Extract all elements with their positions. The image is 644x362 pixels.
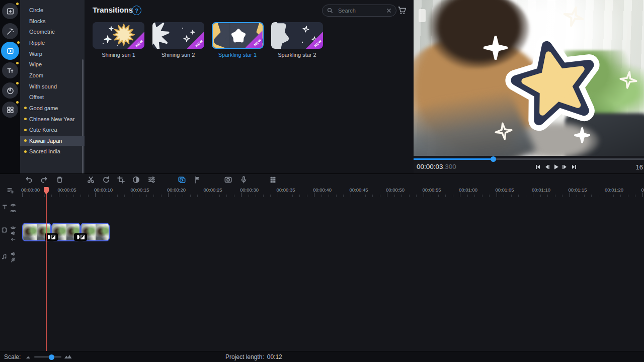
skip-start-button[interactable] — [534, 163, 541, 170]
webcam-button[interactable] — [224, 175, 232, 184]
scale-slider-handle[interactable] — [49, 354, 54, 360]
sparkle-icon — [562, 6, 585, 28]
transition-card-sparkling-star-2[interactable]: NEWSparkling star 2 — [271, 22, 325, 58]
ruler-minor-tick — [482, 195, 482, 197]
grid-view-button[interactable] — [269, 175, 277, 184]
sidebar-tool-stickers[interactable] — [2, 82, 18, 99]
sidebar-item-cute-korea[interactable]: Cute Korea — [20, 125, 85, 135]
mic-muted-icon[interactable] — [10, 256, 17, 262]
sidebar-item-kawaii-japan[interactable]: Kawaii Japan — [20, 136, 85, 146]
category-dot — [24, 139, 27, 142]
ruler-major-tick — [497, 193, 497, 197]
transition-card-sparkling-star-1[interactable]: NEWSparkling star 1 — [212, 22, 266, 58]
sidebar-item-warp[interactable]: Warp — [20, 49, 85, 59]
update-dot — [16, 62, 19, 64]
tool-sidebar — [0, 0, 20, 173]
rotate-button[interactable] — [102, 175, 110, 184]
ruler-label: 00:01:00 — [459, 187, 477, 193]
ruler-minor-tick — [526, 195, 526, 197]
transition-card-shining-sun-1[interactable]: NEWShining sun 1 — [93, 22, 146, 58]
cut-button[interactable] — [87, 175, 95, 184]
sidebar-item-geometric[interactable]: Geometric — [20, 27, 85, 37]
ruler-minor-tick — [249, 195, 249, 197]
ruler-minor-tick — [416, 195, 417, 197]
delete-button[interactable] — [55, 175, 64, 184]
help-icon[interactable]: ? — [132, 6, 141, 15]
page-title: Transitions — [93, 6, 133, 14]
ruler-label: 00:00:35 — [277, 187, 295, 193]
sidebar-item-sacred-india[interactable]: Sacred India — [20, 146, 85, 156]
ruler-label: 00:00:50 — [386, 187, 405, 193]
ruler-major-tick — [95, 193, 96, 197]
undo-button[interactable] — [25, 175, 33, 184]
sidebar-item-ripple[interactable]: Ripple — [20, 38, 85, 48]
scale-slider[interactable] — [34, 356, 61, 357]
skip-end-button[interactable] — [571, 163, 578, 170]
titles-track-icon[interactable] — [2, 203, 8, 210]
ruler-minor-tick — [343, 195, 344, 197]
category-label: Circle — [29, 7, 43, 13]
play-button[interactable] — [552, 163, 559, 170]
previous-frame-button[interactable] — [543, 163, 550, 170]
timecode-fraction: .300 — [443, 163, 456, 170]
sidebar-item-zoom[interactable]: Zoom — [20, 70, 85, 80]
category-dot — [24, 150, 27, 153]
ruler-minor-tick — [263, 195, 264, 197]
cart-icon[interactable] — [397, 6, 407, 17]
sidebar-item-chinese-new-year[interactable]: Chinese New Year — [20, 114, 85, 124]
link-icon[interactable] — [10, 207, 17, 214]
marker-button[interactable] — [193, 175, 202, 184]
ruler-minor-tick — [591, 195, 592, 197]
add-track-icon[interactable] — [7, 187, 13, 193]
crop-button[interactable] — [117, 175, 125, 184]
ruler-major-tick — [533, 193, 533, 197]
category-label: Warp — [29, 51, 42, 57]
sidebar-item-wipe[interactable]: Wipe — [20, 59, 85, 69]
audio-track-icon[interactable] — [1, 253, 8, 259]
sidebar-tool-more-tools[interactable] — [2, 102, 18, 118]
ruler-minor-tick — [336, 195, 337, 197]
ruler-label: 00:00:00 — [21, 187, 40, 193]
sidebar-item-good-game[interactable]: Good game — [20, 103, 85, 113]
zoom-in-icon[interactable] — [64, 354, 72, 359]
video-track-icon[interactable] — [1, 226, 8, 233]
transition-button[interactable] — [178, 175, 186, 184]
ruler-minor-tick — [599, 195, 599, 197]
ruler-major-tick — [168, 193, 169, 197]
search-input[interactable]: Search — [322, 5, 396, 17]
clip-transition-badge[interactable] — [74, 233, 87, 241]
redo-button[interactable] — [40, 175, 48, 184]
transition-card-label: Sparkling star 1 — [212, 52, 264, 58]
playhead-handle[interactable] — [43, 187, 49, 198]
ruler-minor-tick — [380, 195, 380, 197]
zoom-out-icon[interactable] — [26, 355, 32, 359]
sidebar-tool-transitions[interactable] — [1, 42, 19, 60]
sidebar-item-with-sound[interactable]: With sound — [20, 81, 85, 92]
preview-video[interactable] — [414, 0, 644, 156]
media-import-icon — [6, 7, 15, 16]
transition-card-label: Shining sun 1 — [93, 52, 144, 58]
sidebar-tool-media-import[interactable] — [2, 3, 18, 19]
transition-card-shining-sun-2[interactable]: NEWShining sun 2 — [152, 22, 206, 58]
ruler-minor-tick — [197, 195, 198, 197]
clear-icon[interactable] — [386, 8, 391, 13]
sidebar-tool-filters[interactable] — [2, 23, 18, 39]
arrow-left-icon[interactable] — [10, 235, 17, 242]
ruler-minor-tick — [183, 195, 183, 197]
sidebar-tool-titles[interactable] — [2, 62, 18, 78]
microphone-button[interactable] — [239, 175, 248, 184]
category-label: Geometric — [29, 29, 55, 35]
shining-sun-1-thumbnail: NEW — [93, 22, 144, 49]
new-badge-label: NEW — [253, 38, 262, 47]
sidebar-item-blocks[interactable]: Blocks — [20, 16, 85, 26]
next-frame-button[interactable] — [561, 163, 569, 170]
color-adjustments-button[interactable] — [132, 175, 140, 184]
sidebar-item-circle[interactable]: Circle — [20, 5, 85, 15]
adjustment-sliders-button[interactable] — [147, 175, 156, 184]
ruler-major-tick — [278, 193, 278, 197]
ruler-minor-tick — [394, 195, 395, 197]
sidebar-item-offset[interactable]: Offset — [20, 92, 85, 102]
seek-handle[interactable] — [491, 156, 496, 162]
category-label: Good game — [29, 105, 58, 111]
preview-controls: 00:00:03.300 16 — [414, 156, 644, 173]
